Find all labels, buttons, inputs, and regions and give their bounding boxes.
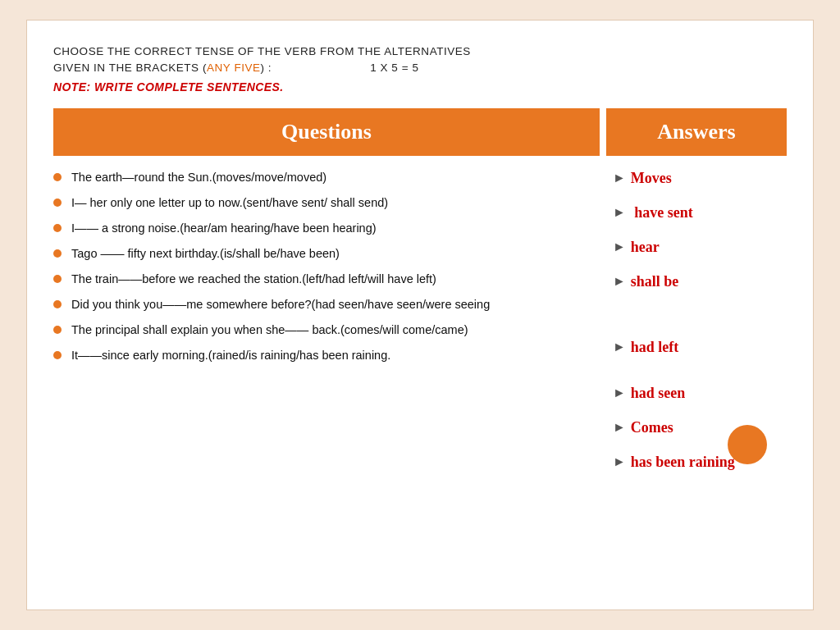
list-item: Tago —— fifty next birthday.(is/shall be… bbox=[53, 245, 593, 262]
any-five-text: ANY FIVE bbox=[207, 62, 261, 74]
list-item: The principal shall explain you when she… bbox=[53, 322, 593, 339]
answer-text: has been raining bbox=[631, 453, 735, 472]
answer-item: ► Moves bbox=[613, 169, 787, 195]
questions-header-label: Questions bbox=[281, 120, 372, 144]
chevron-icon: ► bbox=[613, 240, 626, 254]
chevron-icon: ► bbox=[613, 386, 626, 400]
content-area: The earth—round the Sun.(moves/move/move… bbox=[53, 169, 787, 487]
table-headers: Questions Answers bbox=[53, 108, 787, 156]
answers-header: Answers bbox=[606, 108, 787, 156]
answers-header-label: Answers bbox=[657, 120, 735, 144]
list-item: The earth—round the Sun.(moves/move/move… bbox=[53, 169, 593, 186]
questions-list: The earth—round the Sun.(moves/move/move… bbox=[53, 169, 606, 487]
chevron-icon: ► bbox=[613, 420, 626, 435]
list-item: I—— a strong noise.(hear/am hearing/have… bbox=[53, 220, 593, 237]
chevron-icon: ► bbox=[613, 454, 626, 469]
answer-text: Moves bbox=[631, 169, 672, 188]
instruction-line2-suffix: ) : bbox=[261, 62, 272, 74]
list-item: Did you think you——me somewhere before?(… bbox=[53, 296, 593, 313]
answer-item: ► have sent bbox=[613, 203, 787, 230]
answer-item: ► shall be bbox=[613, 272, 787, 299]
chevron-icon: ► bbox=[613, 205, 626, 220]
answer-item: ► had left bbox=[613, 338, 787, 364]
chevron-icon: ► bbox=[613, 171, 626, 185]
answer-item: ► had seen bbox=[613, 384, 787, 410]
answer-spacer-sm bbox=[613, 372, 787, 384]
instruction-line2-prefix: GIVEN IN THE BRACKETS ( bbox=[53, 62, 207, 74]
answer-text: had seen bbox=[631, 384, 686, 403]
answer-text: have sent bbox=[631, 203, 693, 222]
answer-spacer bbox=[613, 307, 787, 338]
instruction-text: CHOOSE THE CORRECT TENSE OF THE VERB FRO… bbox=[53, 43, 787, 77]
chevron-icon: ► bbox=[613, 274, 626, 289]
score-text: 1 X 5 = 5 bbox=[370, 62, 418, 74]
chevron-icon: ► bbox=[613, 340, 626, 354]
note-text: NOTE: WRITE COMPLETE SENTENCES. bbox=[53, 80, 787, 94]
answers-list: ► Moves ► have sent ► hear ► shall be ► … bbox=[606, 169, 787, 487]
answer-text: hear bbox=[631, 238, 660, 257]
list-item: It——since early morning.(rained/is raini… bbox=[53, 347, 593, 364]
orange-circle-decoration bbox=[728, 425, 767, 464]
instruction-line1: CHOOSE THE CORRECT TENSE OF THE VERB FRO… bbox=[53, 45, 471, 57]
answer-item: ► hear bbox=[613, 238, 787, 264]
answer-text: shall be bbox=[631, 272, 679, 291]
list-item: The train——before we reached the station… bbox=[53, 271, 593, 288]
list-item: I— her only one letter up to now.(sent/h… bbox=[53, 194, 593, 212]
answer-text: Comes bbox=[631, 418, 673, 437]
main-card: CHOOSE THE CORRECT TENSE OF THE VERB FRO… bbox=[26, 20, 814, 610]
questions-header: Questions bbox=[53, 108, 600, 156]
answer-text: had left bbox=[631, 338, 679, 357]
